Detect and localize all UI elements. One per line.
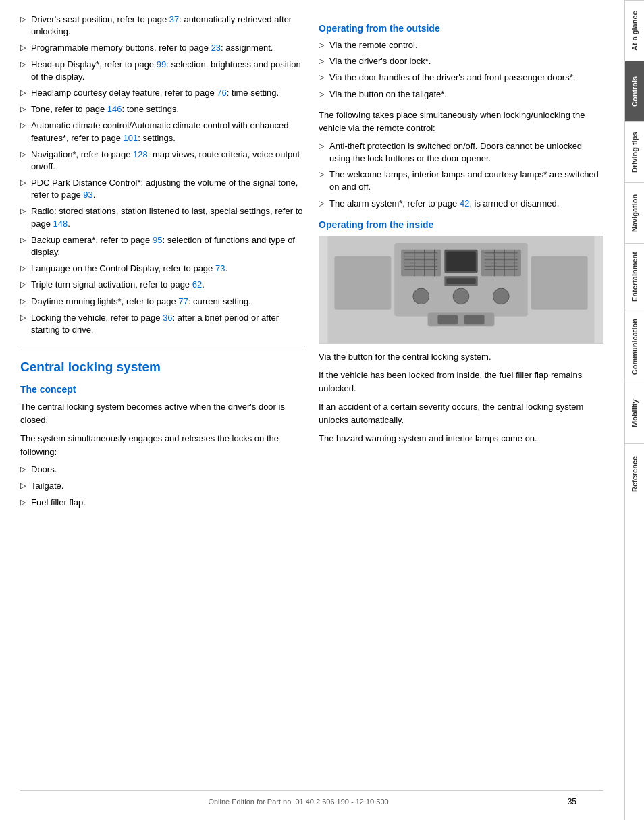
bullet-arrow: ▷ (20, 263, 26, 273)
tab-label: Mobility (630, 400, 639, 428)
page-link[interactable]: 62 (192, 279, 202, 290)
inside-heading: Operating from the inside (319, 219, 603, 230)
page-link[interactable]: 73 (215, 263, 225, 273)
page-link[interactable]: 128 (133, 149, 148, 159)
inside-body3: If an accident of a certain severity occ… (319, 400, 603, 427)
list-item: ▷ Locking the vehicle, refer to page 36:… (20, 312, 305, 336)
tab-controls[interactable]: Controls (625, 61, 644, 121)
tab-communication[interactable]: Communication (625, 310, 644, 383)
bullet-arrow: ▷ (319, 72, 324, 82)
page-link[interactable]: 77 (178, 296, 188, 306)
outside-bullet-list2: ▷ Anti-theft protection is switched on/o… (319, 140, 603, 210)
sidebar-tabs: At a glance Controls Driving tips Naviga… (624, 0, 644, 820)
right-column: Operating from the outside ▷ Via the rem… (319, 13, 603, 784)
list-item: ▷ Daytime running lights*, refer to page… (20, 296, 305, 308)
tab-label: Entertainment (630, 252, 639, 302)
tab-entertainment[interactable]: Entertainment (625, 243, 644, 310)
svg-point-27 (453, 288, 469, 304)
central-locking-heading: Central locking system (20, 360, 305, 375)
outside-bullet-list: ▷ Via the remote control. ▷ Via the driv… (319, 39, 603, 101)
list-item: ▷ Tailgate. (20, 480, 305, 492)
bullet-arrow: ▷ (319, 169, 324, 180)
item-text: Anti-theft protection is switched on/off… (329, 140, 603, 165)
bullet-arrow: ▷ (20, 296, 26, 306)
list-item: ▷ Tone, refer to page 146: tone settings… (20, 103, 305, 115)
page-link[interactable]: 101 (124, 133, 138, 143)
page-link[interactable]: 36 (163, 312, 172, 323)
list-item: ▷ Head-up Display*, refer to page 99: se… (20, 59, 305, 83)
item-text: Triple turn signal activation, refer to … (31, 279, 205, 291)
bullet-arrow: ▷ (319, 56, 324, 66)
svg-rect-30 (437, 315, 458, 324)
list-item: ▷ Backup camera*, refer to page 95: sele… (20, 234, 305, 258)
list-item: ▷ Anti-theft protection is switched on/o… (319, 140, 603, 165)
page-link[interactable]: 37 (169, 14, 179, 24)
outside-heading: Operating from the outside (319, 23, 603, 34)
inside-body4: The hazard warning system and interior l… (319, 432, 603, 445)
list-item: ▷ Radio: stored stations, station listen… (20, 205, 305, 229)
tab-at-a-glance[interactable]: At a glance (625, 0, 644, 61)
list-item: ▷ Driver's seat position, refer to page … (20, 13, 305, 38)
svg-point-26 (413, 288, 429, 304)
item-text: Daytime running lights*, refer to page 7… (31, 296, 251, 308)
item-text: Fuel filler flap. (31, 497, 86, 509)
list-item: ▷ Language on the Control Display, refer… (20, 263, 305, 275)
tab-driving-tips[interactable]: Driving tips (625, 121, 644, 182)
bullet-arrow: ▷ (20, 59, 26, 70)
concept-body1: The central locking system becomes activ… (20, 400, 305, 427)
page-link[interactable]: 99 (157, 59, 166, 70)
bullet-arrow: ▷ (20, 279, 26, 290)
list-item: ▷ Headlamp courtesy delay feature, refer… (20, 87, 305, 99)
page-link[interactable]: 148 (53, 219, 68, 229)
tab-mobility[interactable]: Mobility (625, 383, 644, 443)
item-text: Via the door handles of the driver's and… (329, 72, 575, 84)
list-item: ▷ Triple turn signal activation, refer t… (20, 279, 305, 291)
page-link[interactable]: 95 (153, 235, 162, 245)
bullet-arrow: ▷ (20, 206, 26, 216)
bullet-arrow: ▷ (20, 104, 26, 114)
list-item: ▷ Via the door handles of the driver's a… (319, 72, 603, 84)
bullet-arrow: ▷ (20, 14, 26, 24)
item-text: Doors. (31, 464, 57, 476)
tab-label: Controls (630, 76, 639, 107)
bullet-arrow: ▷ (20, 497, 26, 508)
concept-body2: The system simultaneously engages and re… (20, 432, 305, 458)
item-text: The alarm system*, refer to page 42, is … (329, 198, 559, 210)
svg-rect-25 (446, 278, 475, 284)
bullet-arrow: ▷ (20, 120, 26, 130)
bullet-arrow: ▷ (20, 177, 26, 188)
bullet-arrow: ▷ (20, 481, 26, 491)
bullet-arrow: ▷ (319, 40, 324, 50)
item-text: Head-up Display*, refer to page 99: sele… (31, 59, 305, 83)
page-link[interactable]: 93 (83, 190, 92, 200)
item-text: Programmable memory buttons, refer to pa… (31, 42, 273, 54)
list-item: ▷ Via the remote control. (319, 39, 603, 51)
page-link[interactable]: 42 (460, 198, 469, 209)
item-text: Tailgate. (31, 480, 63, 492)
list-item: ▷ Via the driver's door lock*. (319, 55, 603, 67)
car-interior-image (319, 236, 603, 344)
list-item: ▷ PDC Park Distance Control*: adjusting … (20, 177, 305, 201)
bullet-arrow: ▷ (20, 88, 26, 98)
section-divider (20, 346, 305, 346)
item-text: Driver's seat position, refer to page 37… (31, 13, 305, 38)
item-text: Backup camera*, refer to page 95: select… (31, 234, 305, 258)
list-item: ▷ Fuel filler flap. (20, 497, 305, 509)
tab-label: Driving tips (630, 132, 639, 173)
tab-label: Reference (630, 456, 639, 492)
tab-navigation[interactable]: Navigation (625, 182, 644, 243)
item-text: Via the remote control. (329, 39, 418, 51)
tab-label: Navigation (630, 194, 639, 231)
item-text: Language on the Control Display, refer t… (31, 263, 227, 275)
page-link[interactable]: 146 (107, 104, 122, 114)
item-text: PDC Park Distance Control*: adjusting th… (31, 177, 305, 201)
tab-reference[interactable]: Reference (625, 443, 644, 504)
item-text: The welcome lamps, interior lamps and co… (329, 169, 603, 193)
concept-bullet-list: ▷ Doors. ▷ Tailgate. ▷ Fuel filler flap. (20, 464, 305, 509)
item-text: Via the driver's door lock*. (329, 55, 431, 67)
svg-rect-33 (531, 256, 588, 309)
page-link[interactable]: 76 (217, 88, 226, 98)
bullet-arrow: ▷ (20, 312, 26, 323)
item-text: Headlamp courtesy delay feature, refer t… (31, 87, 279, 99)
page-link[interactable]: 23 (211, 43, 221, 53)
